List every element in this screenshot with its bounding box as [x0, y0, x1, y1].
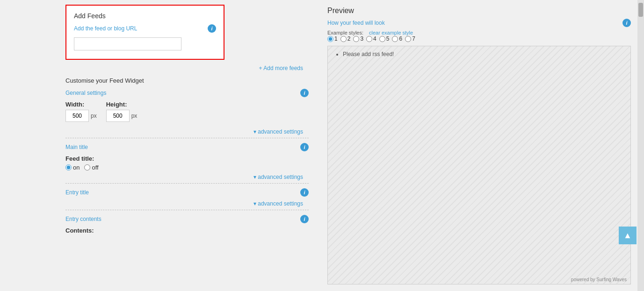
- style-radio-5: 5: [379, 35, 390, 42]
- add-feeds-box: Add Feeds Add the feed or blog URL i: [65, 5, 224, 60]
- clear-style-link[interactable]: clear example style: [369, 30, 413, 35]
- entry-contents-info-icon: i: [300, 215, 309, 223]
- advanced-settings-1-row: advanced settings: [65, 128, 309, 135]
- add-feeds-link-row: Add the feed or blog URL i: [74, 24, 216, 33]
- width-group: Width: px: [65, 101, 97, 122]
- width-height-row: Width: px Height: px: [65, 101, 309, 122]
- entry-contents-row: Entry contents i: [65, 215, 309, 223]
- advanced-settings-2-link[interactable]: advanced settings: [253, 174, 303, 180]
- divider-3: [65, 210, 309, 210]
- customise-title: Customise your Feed Widget: [65, 77, 309, 84]
- style-radio-input-3[interactable]: [353, 36, 359, 42]
- feed-title-label: Feed title:: [65, 155, 309, 162]
- contents-label: Contents:: [65, 227, 309, 234]
- style-radio-3: 3: [353, 35, 363, 42]
- preview-info-row: How your feed will look i: [327, 19, 631, 27]
- example-styles-container: Example styles: clear example style 1 2 …: [327, 30, 631, 42]
- height-input-row: px: [106, 110, 137, 122]
- add-feed-url-link[interactable]: Add the feed or blog URL: [74, 25, 137, 32]
- add-feeds-title: Add Feeds: [74, 12, 216, 20]
- main-title-info-icon: i: [300, 143, 309, 151]
- entry-title-label: Entry title: [65, 189, 89, 196]
- feed-title-on-radio[interactable]: [65, 164, 72, 170]
- advanced-settings-3-link[interactable]: advanced settings: [253, 200, 303, 207]
- entry-title-row: Entry title i: [65, 188, 309, 197]
- main-title-row: Main title i: [65, 143, 309, 151]
- advanced-settings-2-row: advanced settings: [65, 174, 309, 180]
- advanced-settings-1-link[interactable]: advanced settings: [253, 128, 303, 135]
- feed-title-section: Feed title: on off: [65, 155, 309, 171]
- preview-box-content: Please add rss feed!: [334, 51, 624, 57]
- entry-contents-label: Entry contents: [65, 216, 101, 222]
- entry-title-info-icon: i: [300, 188, 309, 197]
- height-group: Height: px: [106, 101, 137, 122]
- height-input[interactable]: [106, 110, 130, 122]
- advanced-settings-3-row: advanced settings: [65, 200, 309, 207]
- general-settings-label: General settings: [65, 90, 106, 96]
- style-radio-input-7[interactable]: [405, 36, 411, 42]
- general-settings-info-icon: i: [300, 89, 309, 97]
- feed-title-off-radio[interactable]: [84, 164, 90, 170]
- entry-contents-section: Entry contents i Contents:: [65, 215, 309, 234]
- feed-title-on-label[interactable]: on: [65, 164, 80, 171]
- style-radio-6: 6: [392, 35, 402, 42]
- style-radio-2: 2: [340, 35, 351, 42]
- width-unit: px: [91, 113, 97, 119]
- style-radio-input-4[interactable]: [366, 36, 372, 42]
- example-styles-row: Example styles: clear example style: [327, 30, 631, 35]
- scrollbar[interactable]: [637, 0, 644, 291]
- example-styles-label: Example styles:: [327, 30, 363, 35]
- style-radio-7: 7: [405, 35, 415, 42]
- right-panel: Preview How your feed will look i Exampl…: [313, 0, 637, 291]
- preview-message: Please add rss feed!: [343, 51, 624, 57]
- powered-by: powered by Surfing Waves: [571, 277, 627, 282]
- divider-2: [65, 183, 309, 184]
- add-more-feeds-row: + Add more feeds: [65, 64, 309, 71]
- height-unit: px: [131, 113, 137, 119]
- style-radio-input-6[interactable]: [392, 36, 398, 42]
- style-radio-input-2[interactable]: [340, 36, 347, 42]
- style-radio-input-5[interactable]: [379, 36, 385, 42]
- back-to-top-button[interactable]: ▲: [619, 227, 637, 244]
- width-label: Width:: [65, 101, 97, 108]
- main-title-label: Main title: [65, 144, 88, 150]
- left-panel: Add Feeds Add the feed or blog URL i + A…: [0, 0, 313, 291]
- style-radio-input-1[interactable]: [327, 36, 333, 42]
- add-more-feeds-link[interactable]: + Add more feeds: [259, 65, 303, 71]
- divider-1: [65, 138, 309, 138]
- scrollbar-thumb[interactable]: [638, 3, 643, 17]
- preview-box: Please add rss feed! powered by Surfing …: [327, 46, 631, 284]
- general-settings-row: General settings i: [65, 89, 309, 97]
- height-label: Height:: [106, 101, 137, 108]
- entry-title-section: Entry title i: [65, 188, 309, 197]
- width-input[interactable]: [65, 110, 89, 122]
- how-feed-label: How your feed will look: [327, 20, 385, 26]
- feed-title-radio-row: on off: [65, 164, 309, 171]
- feed-url-input[interactable]: [74, 37, 181, 50]
- width-input-row: px: [65, 110, 97, 122]
- preview-title: Preview: [327, 7, 631, 15]
- style-radio-group: 1 2 3 4 5 6 7: [327, 35, 631, 42]
- add-feeds-info-icon: i: [208, 24, 216, 33]
- preview-info-icon: i: [622, 19, 631, 27]
- feed-title-off-label[interactable]: off: [84, 164, 98, 171]
- style-radio-4: 4: [366, 35, 376, 42]
- style-radio-1: 1: [327, 35, 338, 42]
